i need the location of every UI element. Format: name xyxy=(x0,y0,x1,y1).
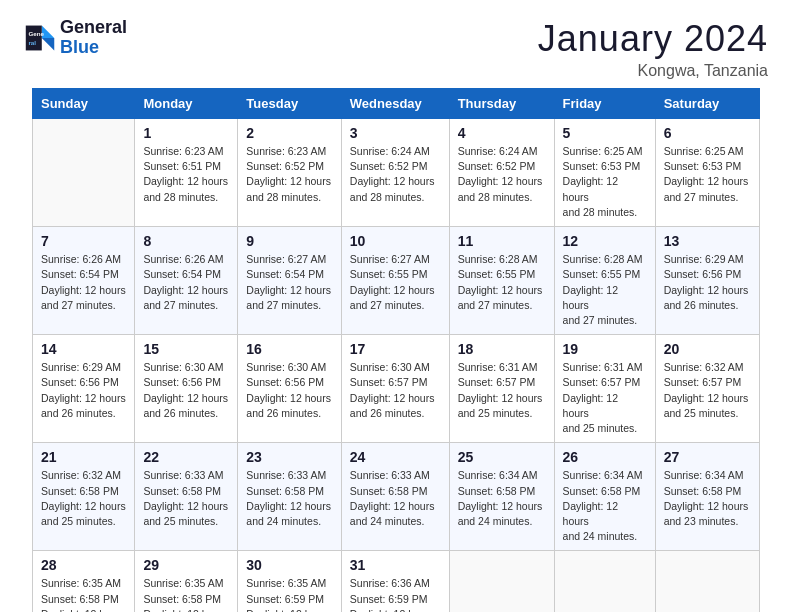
logo-general: General xyxy=(60,18,127,38)
location: Kongwa, Tanzania xyxy=(538,62,768,80)
day-cell: 7Sunrise: 6:26 AM Sunset: 6:54 PM Daylig… xyxy=(33,227,135,335)
day-cell: 20Sunrise: 6:32 AM Sunset: 6:57 PM Dayli… xyxy=(655,335,759,443)
logo: Gene ral General Blue xyxy=(24,18,127,58)
day-info: Sunrise: 6:27 AM Sunset: 6:55 PM Dayligh… xyxy=(350,252,441,313)
day-cell: 24Sunrise: 6:33 AM Sunset: 6:58 PM Dayli… xyxy=(341,443,449,551)
day-cell: 18Sunrise: 6:31 AM Sunset: 6:57 PM Dayli… xyxy=(449,335,554,443)
day-number: 21 xyxy=(41,449,126,465)
svg-text:ral: ral xyxy=(28,39,36,46)
day-cell: 29Sunrise: 6:35 AM Sunset: 6:58 PM Dayli… xyxy=(135,551,238,612)
day-number: 20 xyxy=(664,341,751,357)
day-number: 6 xyxy=(664,125,751,141)
day-cell: 25Sunrise: 6:34 AM Sunset: 6:58 PM Dayli… xyxy=(449,443,554,551)
day-number: 5 xyxy=(563,125,647,141)
day-info: Sunrise: 6:28 AM Sunset: 6:55 PM Dayligh… xyxy=(563,252,647,328)
logo-text: General Blue xyxy=(60,18,127,58)
day-number: 22 xyxy=(143,449,229,465)
day-cell: 27Sunrise: 6:34 AM Sunset: 6:58 PM Dayli… xyxy=(655,443,759,551)
day-number: 12 xyxy=(563,233,647,249)
calendar-table: Sunday Monday Tuesday Wednesday Thursday… xyxy=(32,88,760,612)
day-number: 18 xyxy=(458,341,546,357)
header-sunday: Sunday xyxy=(33,89,135,119)
day-info: Sunrise: 6:23 AM Sunset: 6:52 PM Dayligh… xyxy=(246,144,332,205)
logo-icon: Gene ral xyxy=(24,22,56,54)
day-info: Sunrise: 6:30 AM Sunset: 6:56 PM Dayligh… xyxy=(246,360,332,421)
day-number: 10 xyxy=(350,233,441,249)
day-info: Sunrise: 6:35 AM Sunset: 6:58 PM Dayligh… xyxy=(143,576,229,612)
calendar-week-3: 14Sunrise: 6:29 AM Sunset: 6:56 PM Dayli… xyxy=(33,335,760,443)
day-cell: 14Sunrise: 6:29 AM Sunset: 6:56 PM Dayli… xyxy=(33,335,135,443)
day-info: Sunrise: 6:25 AM Sunset: 6:53 PM Dayligh… xyxy=(563,144,647,220)
day-cell xyxy=(33,119,135,227)
calendar-week-1: 1Sunrise: 6:23 AM Sunset: 6:51 PM Daylig… xyxy=(33,119,760,227)
header-thursday: Thursday xyxy=(449,89,554,119)
day-cell: 12Sunrise: 6:28 AM Sunset: 6:55 PM Dayli… xyxy=(554,227,655,335)
day-cell xyxy=(655,551,759,612)
day-number: 1 xyxy=(143,125,229,141)
day-number: 8 xyxy=(143,233,229,249)
svg-marker-1 xyxy=(42,38,54,50)
calendar-week-2: 7Sunrise: 6:26 AM Sunset: 6:54 PM Daylig… xyxy=(33,227,760,335)
day-cell: 30Sunrise: 6:35 AM Sunset: 6:59 PM Dayli… xyxy=(238,551,341,612)
calendar-wrapper: Sunday Monday Tuesday Wednesday Thursday… xyxy=(0,88,792,612)
day-number: 27 xyxy=(664,449,751,465)
day-info: Sunrise: 6:24 AM Sunset: 6:52 PM Dayligh… xyxy=(350,144,441,205)
day-cell: 11Sunrise: 6:28 AM Sunset: 6:55 PM Dayli… xyxy=(449,227,554,335)
day-number: 17 xyxy=(350,341,441,357)
day-cell: 13Sunrise: 6:29 AM Sunset: 6:56 PM Dayli… xyxy=(655,227,759,335)
day-cell: 1Sunrise: 6:23 AM Sunset: 6:51 PM Daylig… xyxy=(135,119,238,227)
day-cell: 16Sunrise: 6:30 AM Sunset: 6:56 PM Dayli… xyxy=(238,335,341,443)
day-cell: 21Sunrise: 6:32 AM Sunset: 6:58 PM Dayli… xyxy=(33,443,135,551)
day-number: 24 xyxy=(350,449,441,465)
day-number: 11 xyxy=(458,233,546,249)
day-cell: 17Sunrise: 6:30 AM Sunset: 6:57 PM Dayli… xyxy=(341,335,449,443)
day-info: Sunrise: 6:30 AM Sunset: 6:56 PM Dayligh… xyxy=(143,360,229,421)
day-cell: 26Sunrise: 6:34 AM Sunset: 6:58 PM Dayli… xyxy=(554,443,655,551)
day-info: Sunrise: 6:27 AM Sunset: 6:54 PM Dayligh… xyxy=(246,252,332,313)
day-info: Sunrise: 6:26 AM Sunset: 6:54 PM Dayligh… xyxy=(41,252,126,313)
day-info: Sunrise: 6:35 AM Sunset: 6:59 PM Dayligh… xyxy=(246,576,332,612)
svg-text:Gene: Gene xyxy=(28,30,44,37)
calendar-week-5: 28Sunrise: 6:35 AM Sunset: 6:58 PM Dayli… xyxy=(33,551,760,612)
svg-rect-2 xyxy=(26,25,42,50)
day-info: Sunrise: 6:32 AM Sunset: 6:57 PM Dayligh… xyxy=(664,360,751,421)
day-info: Sunrise: 6:33 AM Sunset: 6:58 PM Dayligh… xyxy=(246,468,332,529)
day-number: 9 xyxy=(246,233,332,249)
page-header: Gene ral General Blue January 2024 Kongw… xyxy=(0,0,792,88)
day-number: 4 xyxy=(458,125,546,141)
day-number: 14 xyxy=(41,341,126,357)
day-info: Sunrise: 6:29 AM Sunset: 6:56 PM Dayligh… xyxy=(664,252,751,313)
day-cell xyxy=(554,551,655,612)
month-title: January 2024 xyxy=(538,18,768,60)
day-number: 23 xyxy=(246,449,332,465)
day-cell: 31Sunrise: 6:36 AM Sunset: 6:59 PM Dayli… xyxy=(341,551,449,612)
day-info: Sunrise: 6:26 AM Sunset: 6:54 PM Dayligh… xyxy=(143,252,229,313)
day-info: Sunrise: 6:28 AM Sunset: 6:55 PM Dayligh… xyxy=(458,252,546,313)
calendar-week-4: 21Sunrise: 6:32 AM Sunset: 6:58 PM Dayli… xyxy=(33,443,760,551)
day-number: 2 xyxy=(246,125,332,141)
day-info: Sunrise: 6:34 AM Sunset: 6:58 PM Dayligh… xyxy=(458,468,546,529)
day-info: Sunrise: 6:29 AM Sunset: 6:56 PM Dayligh… xyxy=(41,360,126,421)
day-number: 3 xyxy=(350,125,441,141)
day-info: Sunrise: 6:34 AM Sunset: 6:58 PM Dayligh… xyxy=(563,468,647,544)
day-cell: 28Sunrise: 6:35 AM Sunset: 6:58 PM Dayli… xyxy=(33,551,135,612)
day-info: Sunrise: 6:30 AM Sunset: 6:57 PM Dayligh… xyxy=(350,360,441,421)
header-wednesday: Wednesday xyxy=(341,89,449,119)
day-cell: 22Sunrise: 6:33 AM Sunset: 6:58 PM Dayli… xyxy=(135,443,238,551)
logo-blue: Blue xyxy=(60,38,127,58)
day-info: Sunrise: 6:31 AM Sunset: 6:57 PM Dayligh… xyxy=(458,360,546,421)
day-number: 16 xyxy=(246,341,332,357)
day-number: 25 xyxy=(458,449,546,465)
day-info: Sunrise: 6:35 AM Sunset: 6:58 PM Dayligh… xyxy=(41,576,126,612)
day-cell: 19Sunrise: 6:31 AM Sunset: 6:57 PM Dayli… xyxy=(554,335,655,443)
day-info: Sunrise: 6:33 AM Sunset: 6:58 PM Dayligh… xyxy=(143,468,229,529)
day-info: Sunrise: 6:33 AM Sunset: 6:58 PM Dayligh… xyxy=(350,468,441,529)
day-info: Sunrise: 6:24 AM Sunset: 6:52 PM Dayligh… xyxy=(458,144,546,205)
day-info: Sunrise: 6:32 AM Sunset: 6:58 PM Dayligh… xyxy=(41,468,126,529)
header-row: Sunday Monday Tuesday Wednesday Thursday… xyxy=(33,89,760,119)
day-cell: 2Sunrise: 6:23 AM Sunset: 6:52 PM Daylig… xyxy=(238,119,341,227)
day-cell: 6Sunrise: 6:25 AM Sunset: 6:53 PM Daylig… xyxy=(655,119,759,227)
header-saturday: Saturday xyxy=(655,89,759,119)
title-section: January 2024 Kongwa, Tanzania xyxy=(538,18,768,80)
day-cell: 8Sunrise: 6:26 AM Sunset: 6:54 PM Daylig… xyxy=(135,227,238,335)
